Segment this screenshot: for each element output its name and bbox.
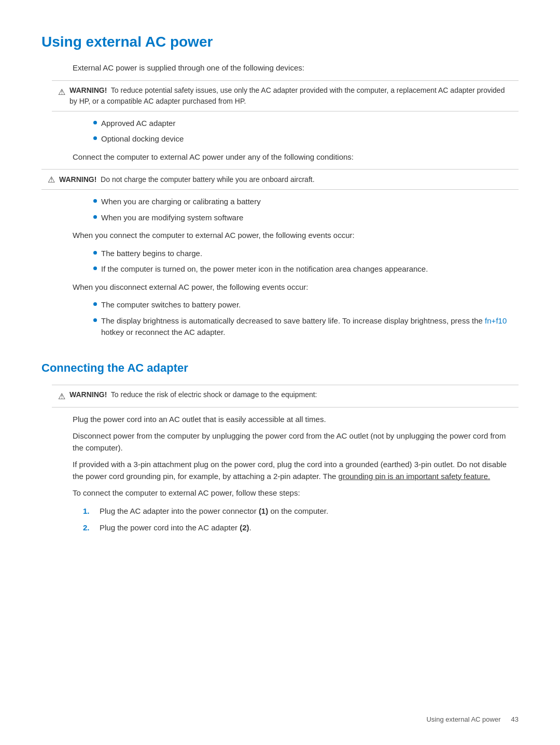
list-item-text: When you are modifying system software bbox=[101, 212, 243, 224]
section2-title: Connecting the AC adapter bbox=[41, 359, 519, 376]
list-item: The battery begins to charge. bbox=[93, 248, 519, 260]
list-item: If the computer is turned on, the power … bbox=[93, 263, 519, 275]
list-item-text: Approved AC adapter bbox=[101, 118, 175, 130]
electric-text-3-underline: grounding pin is an important safety fea… bbox=[339, 472, 491, 481]
step-1: 1. Plug the AC adapter into the power co… bbox=[83, 505, 519, 517]
brightness-text-pre: The display brightness is automatically … bbox=[101, 316, 485, 325]
warning-box-1: ⚠ WARNING! To reduce potential safety is… bbox=[52, 80, 519, 111]
warning-label-2: WARNING! bbox=[59, 175, 96, 184]
step-1-num: 1. bbox=[83, 505, 93, 517]
electric-text-2: Disconnect power from the computer by un… bbox=[73, 430, 519, 454]
connect-conditions-text: Connect the computer to external AC powe… bbox=[73, 151, 519, 163]
fn-f10-link[interactable]: fn+f10 bbox=[485, 316, 507, 325]
bullet-dot bbox=[93, 136, 97, 140]
list-item-text: The display brightness is automatically … bbox=[101, 315, 519, 339]
warning-text-1: WARNING! To reduce potential safety issu… bbox=[69, 85, 512, 107]
list-item: When you are modifying system software bbox=[93, 212, 519, 224]
warning-text-3: WARNING! To reduce the risk of electric … bbox=[69, 389, 317, 400]
electric-text-1: Plug the power cord into an AC outlet th… bbox=[73, 414, 519, 426]
bullet-dot bbox=[93, 251, 97, 255]
warning-text-2: WARNING! Do not charge the computer batt… bbox=[59, 174, 315, 185]
bullet-list-2: When you are charging or calibrating a b… bbox=[93, 196, 519, 223]
warning-content-2: Do not charge the computer battery while… bbox=[101, 175, 314, 184]
warning-content-1: To reduce potential safety issues, use o… bbox=[69, 86, 505, 105]
footer-page: 43 bbox=[511, 714, 519, 725]
steps-intro: To connect the computer to external AC p… bbox=[73, 487, 519, 499]
step2-post: . bbox=[249, 523, 251, 532]
step1-pre: Plug the AC adapter into the power conne… bbox=[100, 507, 259, 515]
warning-label-3: WARNING! bbox=[69, 390, 107, 399]
list-item: Optional docking device bbox=[93, 133, 519, 145]
list-item-text: The battery begins to charge. bbox=[101, 248, 202, 260]
bullet-dot bbox=[93, 318, 97, 322]
electric-text-3: If provided with a 3-pin attachment plug… bbox=[73, 459, 519, 482]
warning-label-1: WARNING! bbox=[69, 86, 107, 94]
events-connect-text: When you connect the computer to externa… bbox=[73, 230, 519, 242]
events-disconnect-text: When you disconnect external AC power, t… bbox=[73, 282, 519, 293]
list-item: When you are charging or calibrating a b… bbox=[93, 196, 519, 208]
bullet-dot bbox=[93, 199, 97, 203]
step2-pre: Plug the power cord into the AC adapter bbox=[100, 523, 240, 532]
step-2: 2. Plug the power cord into the AC adapt… bbox=[83, 522, 519, 534]
step-2-text: Plug the power cord into the AC adapter … bbox=[100, 522, 251, 534]
step2-bold: (2) bbox=[240, 523, 249, 532]
warning-icon-2: ⚠ bbox=[48, 174, 55, 186]
list-item-text: The computer switches to battery power. bbox=[101, 299, 241, 311]
bullet-list-1: Approved AC adapter Optional docking dev… bbox=[93, 118, 519, 145]
list-item: Approved AC adapter bbox=[93, 118, 519, 130]
step-2-num: 2. bbox=[83, 522, 93, 534]
list-item-text: If the computer is turned on, the power … bbox=[101, 263, 428, 275]
page-footer: Using external AC power 43 bbox=[426, 714, 519, 725]
warning-content-3: To reduce the risk of electric shock or … bbox=[111, 390, 317, 399]
warning-box-3: ⚠ WARNING! To reduce the risk of electri… bbox=[52, 385, 519, 407]
intro-text: External AC power is supplied through on… bbox=[73, 62, 519, 74]
bullet-list-3: The battery begins to charge. If the com… bbox=[93, 248, 519, 275]
warning-box-2: ⚠ WARNING! Do not charge the computer ba… bbox=[41, 169, 519, 190]
bullet-dot bbox=[93, 215, 97, 219]
list-item: The display brightness is automatically … bbox=[93, 315, 519, 339]
list-item: The computer switches to battery power. bbox=[93, 299, 519, 311]
step1-bold: (1) bbox=[259, 507, 268, 515]
step1-post: on the computer. bbox=[268, 507, 328, 515]
warning-icon-1: ⚠ bbox=[58, 86, 65, 99]
bullet-dot bbox=[93, 302, 97, 306]
bullet-dot bbox=[93, 121, 97, 124]
step-1-text: Plug the AC adapter into the power conne… bbox=[100, 505, 328, 517]
list-item-text: Optional docking device bbox=[101, 133, 184, 145]
section1-title: Using external AC power bbox=[41, 31, 519, 53]
bullet-list-4: The computer switches to battery power. … bbox=[93, 299, 519, 339]
bullet-dot bbox=[93, 266, 97, 270]
footer-text: Using external AC power bbox=[426, 714, 500, 725]
numbered-steps: 1. Plug the AC adapter into the power co… bbox=[83, 505, 519, 534]
list-item-text: When you are charging or calibrating a b… bbox=[101, 196, 261, 208]
brightness-text-post: hotkey or reconnect the AC adapter. bbox=[101, 328, 225, 336]
warning-icon-3: ⚠ bbox=[58, 390, 65, 403]
